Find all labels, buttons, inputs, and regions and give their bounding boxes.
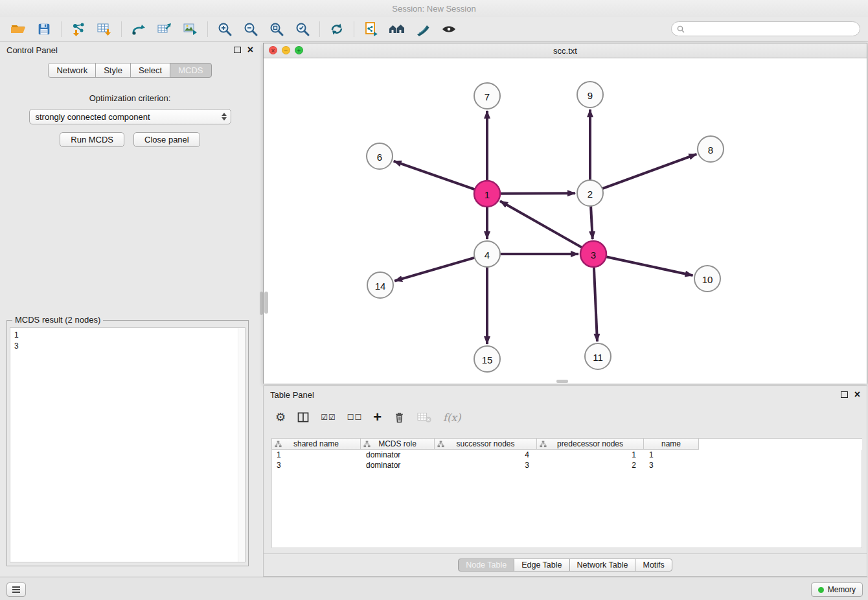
float-panel-icon[interactable]	[234, 47, 241, 53]
column-label: MCDS role	[378, 439, 417, 448]
zoom-fit-icon	[268, 21, 285, 38]
graph-node-3[interactable]: 3	[580, 241, 606, 267]
tab-edge-table[interactable]: Edge Table	[514, 559, 569, 571]
table-row[interactable]: 3 dominator 3 2 3	[272, 460, 862, 470]
zoom-out-button[interactable]	[238, 19, 264, 40]
select-stepper-icon	[222, 113, 227, 121]
graph-edge-1-6[interactable]	[394, 161, 475, 190]
cell-predecessor-nodes[interactable]: 1	[538, 450, 645, 459]
export-image-button[interactable]	[177, 19, 203, 40]
tab-select[interactable]: Select	[130, 63, 170, 78]
network-canvas[interactable]: 7968124314101511	[264, 58, 867, 384]
graph-edge-2-3[interactable]	[591, 206, 593, 239]
column-header-name[interactable]: name	[644, 438, 699, 450]
canvas-horizontal-scrollbar[interactable]	[556, 380, 568, 383]
network-file-button[interactable]	[358, 19, 384, 40]
graph-node-8[interactable]: 8	[698, 136, 724, 162]
search-box[interactable]	[671, 21, 860, 36]
tab-motifs[interactable]: Motifs	[635, 559, 672, 571]
close-panel-button[interactable]: Close panel	[133, 132, 200, 147]
table-panel-title: Table Panel	[270, 390, 841, 400]
graph-edge-4-14[interactable]	[394, 258, 475, 281]
cell-predecessor-nodes[interactable]: 2	[538, 461, 645, 470]
column-type-icon	[540, 441, 547, 450]
mcds-result-list[interactable]: 1 3	[10, 327, 246, 562]
zoom-in-button[interactable]	[212, 19, 238, 40]
table-settings-button[interactable]: ⚙	[275, 410, 286, 424]
refresh-layout-button[interactable]	[324, 19, 350, 40]
cell-mcds-role[interactable]: dominator	[361, 461, 435, 470]
close-panel-icon[interactable]: ×	[854, 390, 860, 399]
export-network-button[interactable]	[126, 19, 152, 40]
canvas-vertical-scrollbar[interactable]	[264, 292, 268, 314]
memory-button[interactable]: Memory	[811, 583, 863, 597]
window-zoom-button[interactable]: +	[295, 46, 303, 54]
graph-node-10[interactable]: 10	[694, 266, 720, 292]
tab-style[interactable]: Style	[95, 63, 131, 78]
svg-text:2: 2	[588, 189, 593, 200]
show-hide-button[interactable]	[436, 19, 462, 40]
import-table-button[interactable]	[91, 19, 117, 40]
column-header-mcds-role[interactable]: MCDS role	[361, 438, 435, 450]
graph-node-11[interactable]: 11	[585, 343, 611, 369]
cell-shared-name[interactable]: 1	[272, 450, 361, 459]
graph-node-2[interactable]: 2	[577, 180, 603, 206]
delete-table-button[interactable]	[417, 411, 432, 424]
graph-edge-3-11[interactable]	[594, 267, 597, 341]
cell-mcds-role[interactable]: dominator	[361, 450, 435, 459]
graph-node-15[interactable]: 15	[474, 346, 500, 372]
column-header-predecessor-nodes[interactable]: predecessor nodes	[537, 438, 644, 450]
column-header-successor-nodes[interactable]: successor nodes	[435, 438, 537, 450]
cell-name[interactable]: 1	[645, 450, 700, 459]
graph-node-6[interactable]: 6	[367, 143, 393, 169]
float-panel-icon[interactable]	[841, 391, 848, 398]
cell-name[interactable]: 3	[645, 461, 700, 470]
graph-node-9[interactable]: 9	[577, 82, 603, 108]
show-panels-button[interactable]	[6, 583, 26, 597]
zoom-selected-button[interactable]	[290, 19, 315, 40]
open-session-button[interactable]	[5, 19, 31, 40]
show-columns-button[interactable]	[297, 411, 310, 424]
run-mcds-button[interactable]: Run MCDS	[60, 132, 124, 147]
tab-mcds[interactable]: MCDS	[170, 63, 211, 78]
plus-icon: +	[373, 411, 382, 424]
result-scrollbar[interactable]	[238, 328, 245, 562]
table-body[interactable]: 1 dominator 4 1 1 3 dominator 3 2 3	[271, 450, 862, 548]
graph-edge-2-8[interactable]	[602, 154, 697, 189]
select-all-button[interactable]: ☑☑	[321, 413, 336, 422]
tab-network-table[interactable]: Network Table	[569, 559, 636, 571]
tab-network[interactable]: Network	[48, 63, 96, 78]
window-minimize-button[interactable]: −	[282, 46, 290, 54]
svg-text:9: 9	[588, 90, 593, 101]
network-window-titlebar[interactable]: × − + scc.txt	[264, 43, 867, 58]
network-graph[interactable]: 7968124314101511	[264, 58, 867, 384]
cell-successor-nodes[interactable]: 4	[435, 450, 538, 459]
add-column-button[interactable]: +	[373, 411, 382, 424]
export-table-button[interactable]	[152, 19, 177, 40]
optimization-criterion-select[interactable]: strongly connected component	[29, 109, 231, 124]
graph-node-1[interactable]: 1	[474, 181, 500, 207]
header-filler	[699, 438, 862, 450]
function-builder-button[interactable]: f(x)	[443, 411, 461, 424]
apply-style-button[interactable]	[410, 19, 436, 40]
graph-edge-3-1[interactable]	[500, 201, 582, 248]
save-session-button[interactable]	[31, 19, 57, 40]
search-input[interactable]	[688, 23, 860, 35]
cell-shared-name[interactable]: 3	[272, 461, 361, 470]
window-close-button[interactable]: ×	[269, 46, 277, 54]
deselect-all-button[interactable]: ☐☐	[347, 413, 363, 422]
tab-node-table[interactable]: Node Table	[458, 559, 514, 571]
close-panel-icon[interactable]: ×	[247, 45, 253, 54]
graph-edge-3-10[interactable]	[606, 257, 693, 275]
graph-node-4[interactable]: 4	[474, 241, 500, 267]
table-row[interactable]: 1 dominator 4 1 1	[272, 450, 862, 460]
cell-successor-nodes[interactable]: 3	[435, 461, 538, 470]
graph-edge-1-2[interactable]	[500, 193, 575, 194]
import-network-button[interactable]	[65, 19, 91, 40]
graph-node-7[interactable]: 7	[474, 83, 500, 109]
column-header-shared-name[interactable]: shared name	[271, 438, 361, 450]
delete-column-button[interactable]	[393, 410, 405, 424]
graph-node-14[interactable]: 14	[367, 272, 393, 298]
zoom-fit-button[interactable]	[264, 19, 290, 40]
home-button[interactable]	[384, 19, 410, 40]
